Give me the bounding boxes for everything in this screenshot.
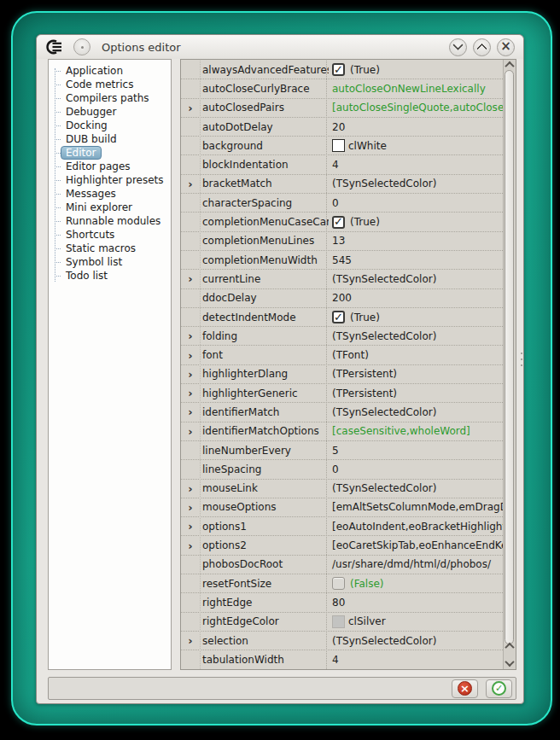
property-row-completionMenuCaseCare[interactable]: completionMenuCaseCare✓(True) [181,213,503,231]
property-value-cell[interactable]: [emAltSetsColumnMode,emDragDr [329,501,503,513]
sidebar-item-runnable-modules[interactable]: Runnable modules [49,214,171,228]
expand-chevron-right-icon[interactable]: › [188,426,192,437]
expand-chevron-right-icon[interactable]: › [188,178,192,189]
property-row-font[interactable]: ›font(TFont) [181,346,503,364]
property-row-detectIndentMode[interactable]: detectIndentMode✓(True) [181,308,503,327]
expand-chevron-right-icon[interactable]: › [188,483,192,494]
checkbox-unchecked-icon[interactable] [332,577,345,590]
property-value-cell[interactable]: (TSynSelectedColor) [329,482,503,494]
maximize-button[interactable] [473,38,491,56]
property-row-identifierMatchOptions[interactable]: ›identifierMatchOptions[caseSensitive,wh… [181,422,503,441]
expand-chevron-right-icon[interactable]: › [188,330,192,341]
sidebar-item-symbol-list[interactable]: Symbol list [49,255,171,269]
property-value-cell[interactable]: autoCloseOnNewLineLexically [329,83,503,95]
property-row-completionMenuWidth[interactable]: completionMenuWidth545 [181,251,503,270]
property-row-selection[interactable]: ›selection(TSynSelectedColor) [181,632,503,650]
close-button[interactable]: × [497,38,515,56]
property-value-cell[interactable]: 20 [329,121,503,133]
sidebar-item-docking[interactable]: Docking [49,119,171,132]
sidebar-item-code-metrics[interactable]: Code metrics [49,78,171,91]
property-value-cell[interactable]: 0 [329,197,503,209]
property-row-highlighterGeneric[interactable]: ›highlighterGeneric(TPersistent) [181,384,503,403]
expand-chevron-right-icon[interactable]: › [188,350,192,361]
property-row-autoCloseCurlyBrace[interactable]: autoCloseCurlyBraceautoCloseOnNewLineLex… [181,79,503,98]
shade-button[interactable] [449,38,467,56]
expand-chevron-right-icon[interactable]: › [188,102,192,114]
checkbox-checked-icon[interactable]: ✓ [332,311,345,323]
property-value-cell[interactable]: 4 [329,159,503,171]
expand-chevron-right-icon[interactable]: › [188,635,192,646]
expand-chevron-right-icon[interactable]: › [188,502,192,513]
window-menu-button[interactable] [73,38,90,55]
property-row-rightEdgeColor[interactable]: rightEdgeColorclSilver [181,613,503,632]
property-value-cell[interactable]: [eoCaretSkipTab,eoEnhanceEndKe [329,539,503,551]
expand-chevron-right-icon[interactable]: › [188,273,192,284]
sidebar-item-highlighter-presets[interactable]: Highlighter presets [49,173,171,187]
titlebar[interactable]: Options editor × [37,35,523,59]
expand-chevron-right-icon[interactable]: › [188,540,192,551]
property-value-cell[interactable]: 545 [329,254,503,266]
sidebar-item-static-macros[interactable]: Static macros [49,242,171,255]
sidebar-item-editor-pages[interactable]: Editor pages [49,160,171,173]
property-value-cell[interactable]: (TSynSelectedColor) [329,635,503,647]
property-row-highlighterDlang[interactable]: ›highlighterDlang(TPersistent) [181,365,503,384]
expand-chevron-right-icon[interactable]: › [188,521,192,532]
property-row-mouseOptions[interactable]: ›mouseOptions[emAltSetsColumnMode,emDrag… [181,498,503,517]
property-value-cell[interactable]: (TPersistent) [329,387,503,399]
checkbox-checked-icon[interactable]: ✓ [332,216,345,229]
property-value-cell[interactable]: clSilver [329,615,503,628]
property-value-cell[interactable]: (TSynSelectedColor) [329,330,503,342]
cancel-button[interactable]: × [452,679,478,698]
property-row-characterSpacing[interactable]: characterSpacing0 [181,194,503,213]
property-row-currentLine[interactable]: ›currentLine(TSynSelectedColor) [181,270,503,288]
property-row-alwaysAdvancedFeatures[interactable]: alwaysAdvancedFeatures✓(True) [181,61,503,79]
sidebar-item-dub-build[interactable]: DUB build [49,132,171,146]
property-value-cell[interactable]: [autoCloseSingleQuote,autoCloseD [329,102,503,114]
property-value-cell[interactable]: 0 [329,463,503,475]
scroll-up-button[interactable] [504,60,516,69]
property-row-folding[interactable]: ›folding(TSynSelectedColor) [181,327,503,346]
property-row-background[interactable]: backgroundclWhite [181,137,503,155]
expand-chevron-right-icon[interactable]: › [188,406,192,417]
property-row-tabulationWidth[interactable]: tabulationWidth4 [181,650,503,669]
property-row-mouseLink[interactable]: ›mouseLink(TSynSelectedColor) [181,480,503,498]
property-value-cell[interactable]: (TPersistent) [329,368,503,380]
scrollbar-thumb[interactable] [505,70,514,644]
property-value-cell[interactable]: clWhite [329,139,503,152]
property-value-cell[interactable]: ✓(True) [329,216,503,229]
property-value-cell[interactable]: (TSynSelectedColor) [329,273,503,285]
sidebar-item-editor[interactable]: Editor [49,146,171,160]
sidebar-item-compilers-paths[interactable]: Compilers paths [49,91,171,105]
scroll-up-button-bottom[interactable] [504,641,516,650]
resize-grip[interactable] [521,353,524,366]
property-value-cell[interactable]: 5 [329,445,503,457]
property-value-cell[interactable]: [caseSensitive,wholeWord] [329,425,503,437]
property-row-completionMenuLines[interactable]: completionMenuLines13 [181,232,503,251]
property-row-bracketMatch[interactable]: ›bracketMatch(TSynSelectedColor) [181,175,503,194]
sidebar-item-messages[interactable]: Messages [49,187,171,201]
property-row-options1[interactable]: ›options1[eoAutoIndent,eoBracketHighligh… [181,517,503,536]
property-row-rightEdge[interactable]: rightEdge80 [181,593,503,612]
property-row-identifierMatch[interactable]: ›identifierMatch(TSynSelectedColor) [181,403,503,422]
property-value-cell[interactable]: 13 [329,235,503,247]
sidebar-item-mini-explorer[interactable]: Mini explorer [49,201,171,214]
property-value-cell[interactable]: 80 [329,597,503,609]
property-value-cell[interactable]: 4 [329,654,503,666]
property-row-autoDotDelay[interactable]: autoDotDelay20 [181,118,503,137]
property-row-autoClosedPairs[interactable]: ›autoClosedPairs[autoCloseSingleQuote,au… [181,99,503,118]
property-row-lineSpacing[interactable]: lineSpacing0 [181,460,503,479]
property-value-cell[interactable]: [eoAutoIndent,eoBracketHighlight [329,521,503,533]
property-row-options2[interactable]: ›options2[eoCaretSkipTab,eoEnhanceEndKe [181,536,503,555]
property-value-cell[interactable]: (TSynSelectedColor) [329,178,503,189]
property-value-cell[interactable]: (TFont) [329,349,503,361]
property-row-resetFontSize[interactable]: resetFontSize(False) [181,574,503,593]
property-value-cell[interactable]: /usr/share/dmd/html/d/phobos/ [329,558,503,570]
property-value-cell[interactable]: 200 [329,292,503,304]
property-value-cell[interactable]: ✓(True) [329,63,503,76]
property-value-cell[interactable]: (False) [329,577,503,590]
sidebar-item-debugger[interactable]: Debugger [49,105,171,119]
sidebar-item-todo-list[interactable]: Todo list [49,269,171,283]
property-row-lineNumberEvery[interactable]: lineNumberEvery5 [181,441,503,460]
property-value-cell[interactable]: (TSynSelectedColor) [329,406,503,418]
property-value-cell[interactable]: ✓(True) [329,311,503,323]
